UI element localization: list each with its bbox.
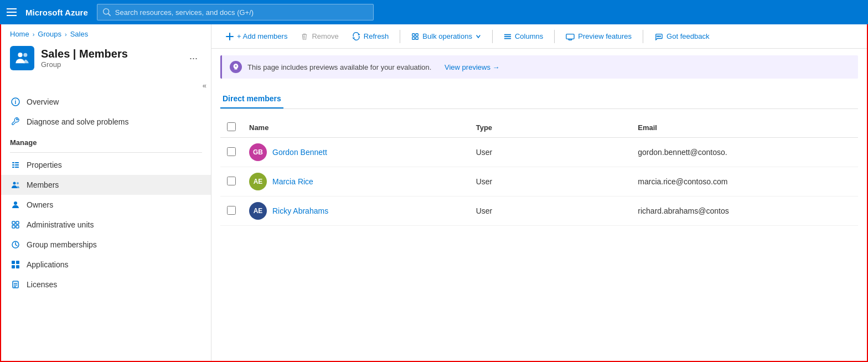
breadcrumb-sep-2: › [65, 31, 67, 38]
toolbar-divider-2 [492, 30, 493, 43]
row-email-cell: richard.abrahams@contos [631, 196, 858, 226]
svg-rect-22 [412, 33, 415, 35]
columns-button[interactable]: Columns [498, 29, 549, 44]
svg-rect-26 [504, 34, 511, 35]
row-name-cell: GB Gordon Bennett [242, 138, 469, 167]
refresh-button[interactable]: Refresh [347, 29, 395, 44]
svg-rect-25 [416, 37, 418, 39]
applications-label: Applications [27, 260, 69, 269]
svg-rect-21 [16, 265, 19, 268]
members-section: Direct members Name Type Email [211, 85, 867, 361]
svg-point-30 [658, 35, 659, 36]
columns-icon [504, 33, 512, 40]
sidebar-item-diagnose[interactable]: Diagnose and solve problems [1, 112, 211, 132]
table-row: AE Ricky Abrahams User richard.abrahams@… [220, 196, 858, 226]
page-header: Sales | Members Group ··· [1, 40, 211, 79]
member-name[interactable]: Gordon Bennett [272, 148, 327, 157]
remove-button[interactable]: Remove [295, 29, 344, 44]
diagnose-label: Diagnose and solve problems [27, 117, 128, 126]
bulk-operations-button[interactable]: Bulk operations [406, 29, 487, 44]
svg-rect-13 [12, 221, 15, 224]
row-checkbox-cell [220, 196, 242, 226]
breadcrumb: Home › Groups › Sales [1, 24, 211, 40]
content-area: + Add members Remove Refresh [211, 24, 867, 361]
row-name-cell: AE Ricky Abrahams [242, 196, 469, 226]
trash-icon [301, 33, 308, 40]
add-members-button[interactable]: + Add members [220, 29, 293, 44]
wrench-icon [10, 116, 21, 127]
sidebar-item-overview[interactable]: i Overview [1, 92, 211, 112]
svg-point-12 [14, 201, 17, 205]
refresh-label: Refresh [364, 32, 389, 40]
admin-units-label: Administrative units [27, 220, 94, 229]
feedback-icon [654, 33, 663, 40]
sidebar-item-members[interactable]: Members [1, 175, 211, 195]
info-icon: i [10, 96, 21, 107]
global-search[interactable]: Search resources, services, and docs (G+… [97, 4, 374, 20]
page-icon [10, 46, 34, 70]
svg-rect-7 [15, 162, 19, 163]
select-all-header [220, 118, 242, 138]
email-column-header: Email [631, 118, 858, 138]
members-label: Members [27, 180, 59, 189]
sidebar-collapse: « [1, 79, 211, 92]
manage-divider [10, 152, 202, 153]
breadcrumb-home[interactable]: Home [10, 30, 29, 38]
sidebar: Home › Groups › Sales Sales | Members Gr… [1, 24, 211, 361]
svg-rect-5 [12, 164, 14, 166]
collapse-button[interactable]: « [203, 81, 206, 90]
row-email-cell: marcia.rice@contoso.com [631, 167, 858, 196]
preview-banner: This page includes previews available fo… [220, 55, 858, 79]
licenses-label: Licenses [27, 280, 57, 289]
licenses-icon [10, 279, 21, 290]
row-checkbox-cell [220, 138, 242, 167]
toolbar-divider-1 [400, 30, 400, 43]
preview-features-button[interactable]: Preview features [560, 29, 637, 44]
owners-label: Owners [27, 200, 53, 209]
svg-rect-20 [12, 265, 15, 268]
member-name[interactable]: Ricky Abrahams [272, 206, 328, 215]
select-all-checkbox[interactable] [227, 122, 236, 131]
row-checkbox-1[interactable] [227, 177, 236, 185]
members-icon [10, 179, 21, 190]
name-column-header: Name [242, 118, 469, 138]
svg-rect-14 [16, 221, 19, 224]
direct-members-tab[interactable]: Direct members [220, 90, 283, 108]
member-name[interactable]: Marcia Rice [272, 177, 313, 186]
row-checkbox-2[interactable] [227, 206, 236, 215]
sidebar-item-group-memberships[interactable]: Group memberships [1, 235, 211, 255]
more-options-button[interactable]: ··· [185, 50, 202, 66]
section-tabs: Direct members [220, 90, 858, 109]
row-type-cell: User [469, 196, 632, 226]
got-feedback-button[interactable]: Got feedback [649, 29, 715, 44]
toolbar-divider-3 [554, 30, 555, 43]
row-type-cell: User [469, 138, 632, 167]
sidebar-item-applications[interactable]: Applications [1, 255, 211, 275]
columns-label: Columns [515, 32, 543, 40]
breadcrumb-groups[interactable]: Groups [38, 30, 61, 38]
type-column-header: Type [469, 118, 632, 138]
row-checkbox-0[interactable] [227, 147, 236, 156]
hamburger-menu[interactable] [7, 8, 17, 16]
sidebar-item-admin-units[interactable]: Administrative units [1, 215, 211, 235]
sidebar-item-owners[interactable]: Owners [1, 195, 211, 215]
app-title: Microsoft Azure [25, 8, 88, 17]
plus-icon [226, 33, 234, 40]
sidebar-item-licenses[interactable]: Licenses [1, 275, 211, 294]
row-checkbox-cell [220, 167, 242, 196]
svg-text:i: i [15, 99, 17, 105]
row-email-cell: gordon.bennett@contoso. [631, 138, 858, 167]
svg-rect-8 [15, 164, 19, 166]
view-previews-link[interactable]: View previews → [445, 63, 499, 71]
rocket-icon [232, 63, 240, 71]
remove-label: Remove [312, 32, 338, 40]
breadcrumb-sales[interactable]: Sales [70, 30, 89, 38]
svg-point-31 [657, 35, 658, 36]
svg-point-11 [17, 182, 19, 184]
page-subtitle: Group [41, 60, 178, 69]
page-header-text: Sales | Members Group [41, 48, 178, 69]
member-avatar: AE [249, 173, 267, 190]
sidebar-item-properties[interactable]: Properties [1, 155, 211, 175]
applications-icon [10, 259, 21, 270]
bulk-icon [411, 33, 419, 40]
